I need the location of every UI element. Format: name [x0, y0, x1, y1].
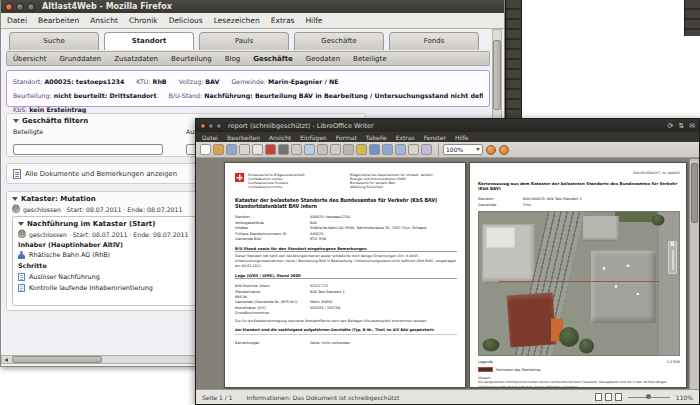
vertical-scrollbar[interactable] — [689, 159, 699, 389]
step-row[interactable]: Kontrolle laufende Inhaberorientierung ✓ — [18, 284, 206, 292]
mail-indicator-icon[interactable]: ✉ — [689, 122, 695, 130]
scrollbar-thumb[interactable] — [691, 163, 698, 223]
building-roof-light — [487, 228, 515, 248]
refresh-indicator-icon[interactable]: ⟳ — [667, 122, 673, 130]
app-tab[interactable]: Pauls — [199, 32, 289, 50]
app-tabs: SucheStandortPaulsGeschäfteFonds — [9, 32, 484, 50]
inhaber-row[interactable]: Rhätische Bahn AG (RhB) — [18, 251, 206, 259]
panel-header[interactable]: Nachführung im Kataster (Start) — [18, 220, 206, 228]
panel-header[interactable]: Kataster: Mutation — [12, 195, 212, 203]
north-arrow-icon: N — [669, 242, 677, 274]
collapse-arrow-icon — [12, 197, 18, 201]
preview-icon[interactable] — [291, 144, 302, 155]
standort-info-box: Standort: A00025: testoeps1234KTU: RhBVo… — [6, 70, 490, 107]
close-button[interactable] — [200, 123, 206, 129]
scroll-left-arrow-icon[interactable] — [4, 358, 8, 362]
menu-item[interactable]: Extras — [396, 134, 415, 141]
menu-item[interactable]: Hilfe — [305, 16, 322, 25]
nav-back-button[interactable] — [486, 145, 496, 155]
app-tab[interactable]: Fonds — [389, 32, 479, 50]
network-indicator-icon[interactable]: ⇅ — [678, 122, 684, 130]
maximize-button[interactable] — [216, 123, 222, 129]
menu-item[interactable]: Hilfe — [455, 134, 469, 141]
format-paint-icon[interactable] — [356, 144, 367, 155]
document-page-right: BAV/GS/EBA/OFT, Nr. A00025 Kartenauszug … — [469, 162, 687, 388]
app-subtab[interactable]: Beteiligte — [353, 55, 387, 63]
menu-item[interactable]: Einfügen — [300, 134, 326, 141]
cut-icon[interactable] — [317, 144, 328, 155]
menu-item[interactable]: Bearbeiten — [227, 134, 260, 141]
app-tab[interactable]: Suche — [9, 32, 99, 50]
minimize-button[interactable] — [16, 3, 24, 11]
zoom-percentage: 110% — [676, 394, 693, 401]
single-page-view-icon[interactable] — [595, 393, 602, 401]
book-view-icon[interactable] — [615, 393, 622, 401]
paste-icon[interactable] — [343, 144, 354, 155]
form-rows: Standort:BAV/A00025: BAV Test-Standort 1… — [478, 196, 680, 207]
table-icon[interactable] — [395, 144, 406, 155]
window-title: Altlast4Web - Mozilla Firefox — [42, 2, 172, 11]
minimize-button[interactable] — [208, 123, 214, 129]
zoom-combobox[interactable]: 100% — [443, 144, 483, 155]
spelling-icon[interactable] — [304, 144, 315, 155]
documents-link[interactable]: Alle Dokumente und Bemerkungen anzeigen — [25, 170, 177, 178]
menu-item[interactable]: Bearbeiten — [38, 16, 79, 25]
form-row: Gemeinde:Chur — [478, 202, 680, 207]
menu-item[interactable]: Tabelle — [366, 134, 387, 141]
legend-row: Legende 1:2'500 — [478, 360, 680, 364]
app-tab[interactable]: Geschäfte — [294, 32, 384, 50]
print-icon[interactable] — [278, 144, 289, 155]
new-doc-icon[interactable] — [200, 144, 211, 155]
zoom-slider-knob[interactable] — [646, 394, 651, 399]
info-pair: Vollzug: BAV — [179, 78, 220, 85]
navigator-icon[interactable] — [421, 144, 432, 155]
menu-item[interactable]: Delicious — [169, 16, 203, 25]
app-subtab[interactable]: Geodaten — [306, 55, 340, 63]
menu-item[interactable]: Ansicht — [90, 16, 118, 25]
map-scale: 1:2'500 — [667, 360, 680, 364]
save-icon[interactable] — [226, 144, 237, 155]
menu-item[interactable]: Fenster — [424, 134, 446, 141]
app-subtab[interactable]: Blog — [225, 55, 240, 63]
maximize-button[interactable] — [27, 3, 35, 11]
scrollbar-thumb[interactable] — [12, 356, 102, 363]
export-pdf-icon[interactable] — [265, 144, 276, 155]
close-button[interactable] — [5, 3, 13, 11]
documents-link-panel[interactable]: Alle Dokumente und Bemerkungen anzeigen — [6, 163, 218, 184]
undo-icon[interactable] — [369, 144, 380, 155]
writer-titlebar: report (schreibgeschützt) - LibreOffice … — [196, 119, 699, 132]
app-subtab[interactable]: Übersicht — [13, 55, 46, 63]
menu-item[interactable]: Chronik — [129, 16, 158, 25]
find-icon[interactable] — [408, 144, 419, 155]
menu-item[interactable]: Format — [336, 134, 357, 141]
info-pair: KbS: kein Ersteintrag — [13, 106, 86, 113]
road-right — [657, 212, 679, 356]
multi-page-view-icon[interactable] — [605, 393, 612, 401]
section-text: Die für die Katastereintragung relevante… — [235, 319, 457, 324]
edit-file-icon[interactable] — [252, 144, 263, 155]
menu-item[interactable]: Lesezeichen — [214, 16, 260, 25]
email-icon[interactable] — [239, 144, 250, 155]
open-icon[interactable] — [213, 144, 224, 155]
firefox-menubar: DateiBearbeitenAnsichtChronikDeliciousLe… — [1, 13, 504, 29]
zoom-slider[interactable] — [628, 397, 670, 398]
filter-input[interactable] — [13, 144, 163, 155]
redo-icon[interactable] — [382, 144, 393, 155]
scrollbar-thumb[interactable] — [493, 40, 501, 110]
kataster-mutation-panel: Kataster: Mutation geschlossen · Start: … — [6, 191, 218, 311]
menu-item[interactable]: Datei — [7, 16, 27, 25]
app-subtab[interactable]: Geschäfte — [253, 55, 293, 63]
document-area: Schweizerische EidgenossenschaftConfédér… — [196, 159, 699, 389]
menu-item[interactable]: Extras — [271, 16, 295, 25]
menu-item[interactable]: Ansicht — [269, 134, 291, 141]
app-subtab[interactable]: Beurteilung — [171, 55, 212, 63]
app-subtab[interactable]: Grunddaten — [59, 55, 101, 63]
app-subtab[interactable]: Zusatzdaten — [114, 55, 158, 63]
copy-icon[interactable] — [330, 144, 341, 155]
app-tab[interactable]: Standort — [104, 32, 194, 50]
schritte-label: Schritte — [18, 262, 206, 270]
step-row[interactable]: Auslöser Nachführung ✓ — [18, 273, 206, 281]
info-row: Standort: A00025: testoeps1234KTU: RhBVo… — [13, 73, 483, 87]
menu-item[interactable]: Datei — [202, 134, 218, 141]
nav-forward-button[interactable] — [499, 145, 509, 155]
